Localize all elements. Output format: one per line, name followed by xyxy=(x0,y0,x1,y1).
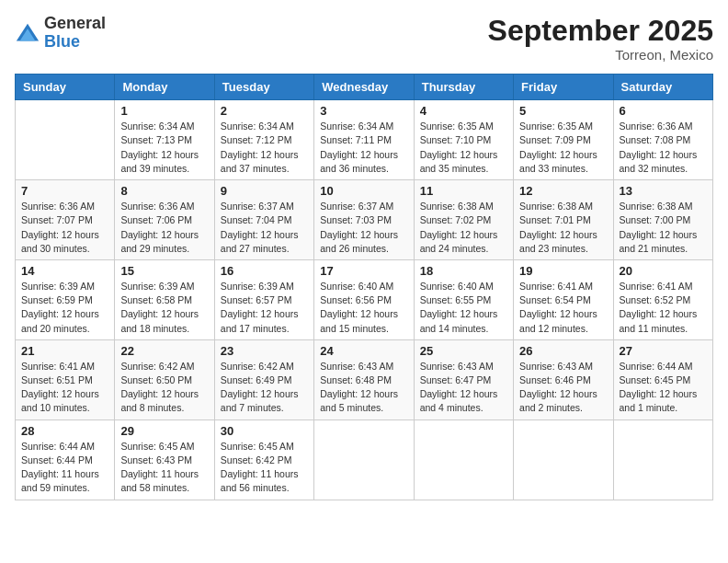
title-block: September 2025 Torreon, Mexico xyxy=(488,15,713,63)
day-cell: 13Sunrise: 6:38 AMSunset: 7:00 PMDayligh… xyxy=(613,180,712,260)
day-info: Sunrise: 6:45 AMSunset: 6:43 PMDaylight:… xyxy=(120,440,208,496)
day-number: 19 xyxy=(519,264,607,278)
day-number: 4 xyxy=(420,104,507,118)
weekday-header-friday: Friday xyxy=(514,75,613,100)
day-info: Sunrise: 6:34 AMSunset: 7:13 PMDaylight:… xyxy=(120,120,208,176)
day-cell: 30Sunrise: 6:45 AMSunset: 6:42 PMDayligh… xyxy=(214,419,313,500)
day-info: Sunrise: 6:45 AMSunset: 6:42 PMDaylight:… xyxy=(221,440,308,496)
day-info: Sunrise: 6:41 AMSunset: 6:51 PMDaylight:… xyxy=(21,360,108,416)
day-number: 11 xyxy=(420,184,507,198)
logo-general: General xyxy=(44,15,106,33)
day-cell xyxy=(314,419,414,500)
day-cell: 6Sunrise: 6:36 AMSunset: 7:08 PMDaylight… xyxy=(613,100,712,180)
weekday-header-monday: Monday xyxy=(115,75,214,100)
day-number: 28 xyxy=(21,424,108,438)
day-cell: 23Sunrise: 6:42 AMSunset: 6:49 PMDayligh… xyxy=(214,339,313,419)
day-number: 6 xyxy=(620,104,707,118)
day-cell: 9Sunrise: 6:37 AMSunset: 7:04 PMDaylight… xyxy=(214,180,313,260)
day-cell: 7Sunrise: 6:36 AMSunset: 7:07 PMDaylight… xyxy=(16,180,115,260)
day-info: Sunrise: 6:40 AMSunset: 6:55 PMDaylight:… xyxy=(420,280,507,336)
day-cell xyxy=(414,419,513,500)
day-info: Sunrise: 6:38 AMSunset: 7:00 PMDaylight:… xyxy=(620,200,707,256)
day-info: Sunrise: 6:43 AMSunset: 6:47 PMDaylight:… xyxy=(420,360,507,416)
day-number: 8 xyxy=(120,184,208,198)
calendar-table: SundayMondayTuesdayWednesdayThursdayFrid… xyxy=(15,74,713,500)
day-info: Sunrise: 6:35 AMSunset: 7:09 PMDaylight:… xyxy=(519,120,607,176)
day-cell xyxy=(613,419,712,500)
weekday-header-row: SundayMondayTuesdayWednesdayThursdayFrid… xyxy=(16,75,713,100)
day-cell: 16Sunrise: 6:39 AMSunset: 6:57 PMDayligh… xyxy=(214,259,313,339)
day-info: Sunrise: 6:44 AMSunset: 6:44 PMDaylight:… xyxy=(21,440,108,496)
day-cell: 10Sunrise: 6:37 AMSunset: 7:03 PMDayligh… xyxy=(314,180,414,260)
day-cell: 25Sunrise: 6:43 AMSunset: 6:47 PMDayligh… xyxy=(414,339,513,419)
day-info: Sunrise: 6:35 AMSunset: 7:10 PMDaylight:… xyxy=(420,120,507,176)
day-cell: 12Sunrise: 6:38 AMSunset: 7:01 PMDayligh… xyxy=(514,180,613,260)
logo-icon xyxy=(15,20,40,46)
page-header: General Blue September 2025 Torreon, Mex… xyxy=(15,15,713,63)
day-info: Sunrise: 6:36 AMSunset: 7:08 PMDaylight:… xyxy=(620,120,707,176)
day-number: 9 xyxy=(221,184,308,198)
day-number: 16 xyxy=(221,264,308,278)
day-number: 18 xyxy=(420,264,507,278)
day-number: 30 xyxy=(221,424,308,438)
day-cell: 26Sunrise: 6:43 AMSunset: 6:46 PMDayligh… xyxy=(514,339,613,419)
day-cell: 3Sunrise: 6:34 AMSunset: 7:11 PMDaylight… xyxy=(314,100,414,180)
logo-blue: Blue xyxy=(44,33,106,52)
day-cell: 24Sunrise: 6:43 AMSunset: 6:48 PMDayligh… xyxy=(314,339,414,419)
day-number: 1 xyxy=(120,104,208,118)
month-title: September 2025 xyxy=(488,15,713,47)
day-cell: 17Sunrise: 6:40 AMSunset: 6:56 PMDayligh… xyxy=(314,259,414,339)
day-number: 10 xyxy=(320,184,407,198)
day-info: Sunrise: 6:39 AMSunset: 6:58 PMDaylight:… xyxy=(120,280,208,336)
day-cell: 14Sunrise: 6:39 AMSunset: 6:59 PMDayligh… xyxy=(16,259,115,339)
day-number: 21 xyxy=(21,344,108,358)
day-info: Sunrise: 6:41 AMSunset: 6:52 PMDaylight:… xyxy=(620,280,707,336)
day-number: 13 xyxy=(620,184,707,198)
day-number: 27 xyxy=(620,344,707,358)
day-number: 20 xyxy=(620,264,707,278)
weekday-header-sunday: Sunday xyxy=(16,75,115,100)
weekday-header-tuesday: Tuesday xyxy=(214,75,313,100)
day-number: 29 xyxy=(120,424,208,438)
day-cell: 11Sunrise: 6:38 AMSunset: 7:02 PMDayligh… xyxy=(414,180,513,260)
weekday-header-thursday: Thursday xyxy=(414,75,513,100)
day-cell: 1Sunrise: 6:34 AMSunset: 7:13 PMDaylight… xyxy=(115,100,214,180)
day-info: Sunrise: 6:44 AMSunset: 6:45 PMDaylight:… xyxy=(620,360,707,416)
day-number: 26 xyxy=(519,344,607,358)
day-cell: 21Sunrise: 6:41 AMSunset: 6:51 PMDayligh… xyxy=(16,339,115,419)
day-number: 5 xyxy=(519,104,607,118)
week-row-5: 28Sunrise: 6:44 AMSunset: 6:44 PMDayligh… xyxy=(16,419,713,500)
week-row-2: 7Sunrise: 6:36 AMSunset: 7:07 PMDaylight… xyxy=(16,180,713,260)
day-number: 15 xyxy=(120,264,208,278)
week-row-3: 14Sunrise: 6:39 AMSunset: 6:59 PMDayligh… xyxy=(16,259,713,339)
day-number: 23 xyxy=(221,344,308,358)
day-number: 25 xyxy=(420,344,507,358)
logo-text: General Blue xyxy=(44,15,106,52)
day-number: 17 xyxy=(320,264,407,278)
location: Torreon, Mexico xyxy=(488,47,713,63)
day-cell: 18Sunrise: 6:40 AMSunset: 6:55 PMDayligh… xyxy=(414,259,513,339)
day-cell xyxy=(16,100,115,180)
day-info: Sunrise: 6:41 AMSunset: 6:54 PMDaylight:… xyxy=(519,280,607,336)
logo: General Blue xyxy=(15,15,106,52)
day-info: Sunrise: 6:39 AMSunset: 6:57 PMDaylight:… xyxy=(221,280,308,336)
day-cell: 19Sunrise: 6:41 AMSunset: 6:54 PMDayligh… xyxy=(514,259,613,339)
week-row-4: 21Sunrise: 6:41 AMSunset: 6:51 PMDayligh… xyxy=(16,339,713,419)
day-info: Sunrise: 6:40 AMSunset: 6:56 PMDaylight:… xyxy=(320,280,407,336)
week-row-1: 1Sunrise: 6:34 AMSunset: 7:13 PMDaylight… xyxy=(16,100,713,180)
day-number: 2 xyxy=(221,104,308,118)
day-info: Sunrise: 6:38 AMSunset: 7:01 PMDaylight:… xyxy=(519,200,607,256)
day-cell: 5Sunrise: 6:35 AMSunset: 7:09 PMDaylight… xyxy=(514,100,613,180)
day-cell: 27Sunrise: 6:44 AMSunset: 6:45 PMDayligh… xyxy=(613,339,712,419)
day-info: Sunrise: 6:38 AMSunset: 7:02 PMDaylight:… xyxy=(420,200,507,256)
weekday-header-wednesday: Wednesday xyxy=(314,75,414,100)
day-number: 3 xyxy=(320,104,407,118)
day-info: Sunrise: 6:43 AMSunset: 6:46 PMDaylight:… xyxy=(519,360,607,416)
day-info: Sunrise: 6:34 AMSunset: 7:11 PMDaylight:… xyxy=(320,120,407,176)
day-cell: 29Sunrise: 6:45 AMSunset: 6:43 PMDayligh… xyxy=(115,419,214,500)
day-info: Sunrise: 6:37 AMSunset: 7:04 PMDaylight:… xyxy=(221,200,308,256)
day-number: 24 xyxy=(320,344,407,358)
day-cell: 2Sunrise: 6:34 AMSunset: 7:12 PMDaylight… xyxy=(214,100,313,180)
day-info: Sunrise: 6:43 AMSunset: 6:48 PMDaylight:… xyxy=(320,360,407,416)
day-info: Sunrise: 6:34 AMSunset: 7:12 PMDaylight:… xyxy=(221,120,308,176)
